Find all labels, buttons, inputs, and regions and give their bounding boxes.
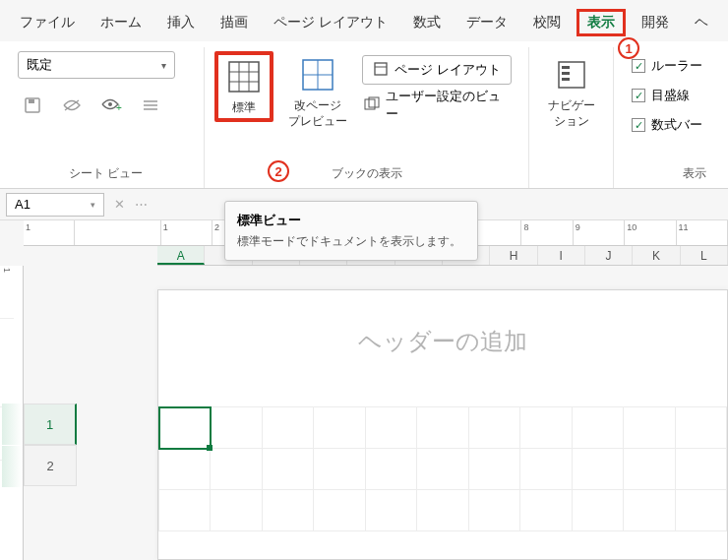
svg-point-3 <box>108 102 112 106</box>
cell-grid[interactable] <box>158 406 727 559</box>
chevron-down-icon: ▾ <box>161 60 166 71</box>
ruler-checkbox[interactable]: ✓ ルーラー <box>632 57 702 75</box>
cell[interactable] <box>417 407 468 449</box>
tooltip-body: 標準モードでドキュメントを表示します。 <box>237 233 465 250</box>
cell[interactable] <box>520 449 572 490</box>
cell[interactable] <box>314 407 365 449</box>
group-workbookviews-label: ブックの表示 <box>214 161 518 184</box>
pagebreak-preview-button[interactable]: 改ページ プレビュー <box>283 51 352 133</box>
cell[interactable] <box>159 490 211 531</box>
cell[interactable] <box>572 449 623 490</box>
tab-home[interactable]: ホーム <box>91 10 152 35</box>
tab-data[interactable]: データ <box>456 10 517 35</box>
cell[interactable] <box>211 407 262 449</box>
grid-icon <box>224 57 264 96</box>
sheetview-preset-dropdown[interactable]: 既定 ▾ <box>18 51 175 79</box>
tooltip-title: 標準ビュー <box>237 212 465 229</box>
row-header[interactable]: 2 <box>24 445 77 486</box>
tab-file[interactable]: ファイル <box>10 10 85 35</box>
tab-pagelayout[interactable]: ページ レイアウト <box>264 10 397 35</box>
checkbox-checked-icon: ✓ <box>632 59 645 73</box>
cell[interactable] <box>314 449 365 490</box>
row-gutter <box>2 404 22 488</box>
chevron-down-icon: ▾ <box>91 200 95 210</box>
column-header[interactable]: L <box>681 246 728 265</box>
cell-A1[interactable] <box>159 407 211 449</box>
navigation-icon <box>552 55 591 94</box>
cell[interactable] <box>211 490 262 531</box>
cell[interactable] <box>572 490 623 531</box>
tab-formulas[interactable]: 数式 <box>403 10 451 35</box>
add-header-placeholder[interactable]: ヘッダーの追加 <box>158 290 727 393</box>
eye-plus-icon[interactable]: + <box>100 94 122 116</box>
pagelayout-view-label: ページ レイアウト <box>394 61 501 79</box>
cell[interactable] <box>365 490 416 531</box>
cell[interactable] <box>417 449 468 490</box>
pagelayout-view-button[interactable]: ページ レイアウト <box>362 55 512 85</box>
tab-developer[interactable]: 開発 <box>632 10 679 35</box>
column-header[interactable]: I <box>538 246 585 265</box>
row-header[interactable]: 1 <box>24 404 77 445</box>
cell[interactable] <box>262 407 313 449</box>
svg-rect-23 <box>562 78 570 81</box>
row-headers: 1 2 <box>24 404 77 486</box>
cancel-fx-icon[interactable]: ✕ <box>114 197 125 212</box>
save-view-icon[interactable] <box>22 94 43 116</box>
column-header[interactable]: A <box>157 246 205 265</box>
gridlines-checkbox[interactable]: ✓ 目盛線 <box>632 87 690 104</box>
cell[interactable] <box>159 449 211 490</box>
svg-rect-1 <box>29 99 34 103</box>
tab-insert[interactable]: 挿入 <box>157 10 205 35</box>
annotation-2: 2 <box>268 160 289 182</box>
group-workbookviews: 標準 改ページ プレビュー ページ レイアウト <box>205 47 529 188</box>
formulabar-checkbox[interactable]: ✓ 数式バー <box>632 116 702 134</box>
svg-rect-8 <box>229 62 259 92</box>
svg-rect-21 <box>562 66 570 69</box>
more-icon[interactable]: ⋯ <box>135 197 148 212</box>
group-navigation: ナビゲー ション <box>529 47 614 188</box>
cell[interactable] <box>468 490 519 531</box>
column-header[interactable]: J <box>585 246 633 265</box>
cell[interactable] <box>468 449 519 490</box>
tab-help-partial[interactable]: ヘ <box>685 10 718 35</box>
group-sheetview-label: シート ビュー <box>18 161 194 184</box>
custom-views-icon <box>364 96 380 115</box>
cell[interactable] <box>262 490 313 531</box>
column-header[interactable]: H <box>490 246 537 265</box>
cell[interactable] <box>520 490 572 531</box>
cell[interactable] <box>675 449 726 490</box>
annotation-1: 1 <box>618 37 639 59</box>
tab-draw[interactable]: 描画 <box>211 10 258 35</box>
cell[interactable] <box>262 449 313 490</box>
custom-views-button[interactable]: ユーザー設定のビュー <box>362 91 518 120</box>
cell[interactable] <box>211 449 262 490</box>
cell[interactable] <box>624 449 675 490</box>
navigation-button[interactable]: ナビゲー ション <box>542 51 601 133</box>
cell[interactable] <box>675 490 726 531</box>
checkbox-checked-icon: ✓ <box>632 89 645 102</box>
list-icon[interactable] <box>140 94 161 116</box>
cell[interactable] <box>417 490 468 531</box>
cell[interactable] <box>675 407 726 449</box>
cell[interactable] <box>624 407 675 449</box>
column-header[interactable]: K <box>633 246 680 265</box>
tab-view[interactable]: 表示 <box>576 9 626 36</box>
cell[interactable] <box>468 407 519 449</box>
cell[interactable] <box>314 490 365 531</box>
gridlines-label: 目盛線 <box>651 87 690 104</box>
svg-rect-22 <box>562 72 570 75</box>
eye-off-icon[interactable] <box>61 94 83 116</box>
normal-view-label: 標準 <box>232 100 256 116</box>
cell[interactable] <box>624 490 675 531</box>
name-box-value: A1 <box>15 197 30 212</box>
tab-review[interactable]: 校閲 <box>523 10 571 35</box>
cell[interactable] <box>572 407 623 449</box>
cell[interactable] <box>365 407 416 449</box>
svg-text:+: + <box>116 102 122 113</box>
sheet-area: 1 1 2 3 4 5 6 7 8 9 10 11 A B C D E F G … <box>0 220 728 560</box>
normal-view-button[interactable]: 標準 <box>214 51 273 122</box>
name-box[interactable]: A1 ▾ <box>6 193 104 217</box>
cell[interactable] <box>520 407 572 449</box>
ruler-label: ルーラー <box>651 57 702 75</box>
cell[interactable] <box>365 449 416 490</box>
